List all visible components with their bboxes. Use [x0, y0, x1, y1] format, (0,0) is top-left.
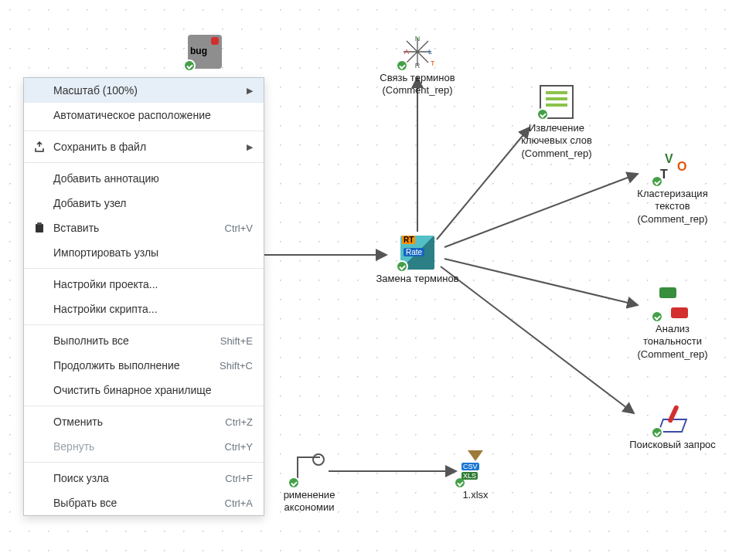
menu-item[interactable]: Выбрать всеCtrl+A: [24, 490, 264, 515]
menu-item-label: Вернуть: [53, 440, 94, 453]
taxonomy-icon: [292, 452, 326, 486]
paste-icon: [33, 222, 46, 234]
context-menu[interactable]: Масштаб (100%)▶Автоматическое расположен…: [23, 77, 264, 516]
node-csv-xlsx[interactable]: 1.xlsx: [429, 452, 522, 501]
node-label: Связь терминов (Comment_rep): [371, 72, 464, 97]
status-check-icon: [651, 175, 663, 188]
menu-item[interactable]: ВставитьCtrl+V: [24, 216, 264, 240]
status-check-icon: [536, 108, 549, 120]
node-label: рименение аксономии: [263, 489, 356, 514]
submenu-arrow-icon: ▶: [247, 86, 253, 96]
svg-text:N: N: [415, 35, 421, 42]
menu-item[interactable]: Сохранить в файл▶: [24, 134, 264, 159]
menu-separator: [24, 462, 264, 463]
bug-icon: [188, 35, 222, 69]
node-label: 1.xlsx: [462, 489, 488, 501]
menu-item[interactable]: Добавить узел: [24, 191, 264, 216]
status-check-icon: [396, 260, 408, 273]
node-search-query[interactable]: Поисковый запрос: [626, 402, 719, 451]
menu-separator: [24, 406, 264, 406]
node-sentiment[interactable]: Анализ тональности (Comment_rep): [626, 286, 719, 361]
node-label: Извлечение ключевых слов (Comment_rep): [510, 122, 603, 160]
menu-item-label: Добавить аннотацию: [53, 172, 159, 185]
menu-item-label: Выбрать все: [53, 497, 117, 509]
menu-item-label: Добавить узел: [53, 197, 127, 209]
node-label: Кластеризация текстов (Comment_rep): [626, 188, 719, 226]
menu-item-label: Поиск узла: [53, 472, 109, 484]
menu-item-label: Настройки проекта...: [53, 278, 158, 290]
status-check-icon: [288, 477, 300, 489]
status-check-icon: [183, 59, 196, 72]
menu-item[interactable]: Очистить бинарное хранилище: [24, 378, 264, 402]
menu-item-label: Автоматическое расположение: [53, 109, 211, 121]
export-icon: [33, 141, 46, 153]
node-label: Замена терминов: [376, 273, 458, 285]
menu-item-label: Настройки скрипта...: [53, 303, 158, 315]
menu-item[interactable]: Импортировать узлы: [24, 240, 264, 265]
svg-rect-20: [37, 222, 42, 225]
menu-item-label: Вставить: [53, 222, 99, 234]
node-bug[interactable]: [158, 35, 251, 72]
menu-item-shortcut: Shift+C: [220, 360, 253, 372]
term-link-icon: N A L R T: [400, 35, 434, 69]
menu-item-label: Продолжить выполнение: [53, 359, 180, 372]
node-label: Поисковый запрос: [629, 439, 716, 451]
svg-rect-19: [36, 224, 43, 232]
menu-item-label: Очистить бинарное хранилище: [53, 384, 211, 396]
node-keywords[interactable]: Извлечение ключевых слов (Comment_rep): [510, 85, 603, 160]
menu-item-shortcut: Shift+E: [220, 335, 253, 347]
menu-separator: [24, 131, 264, 131]
menu-item[interactable]: Масштаб (100%)▶: [24, 78, 264, 103]
menu-item[interactable]: Добавить аннотацию: [24, 166, 264, 191]
submenu-arrow-icon: ▶: [247, 142, 253, 152]
menu-item[interactable]: Выполнить всеShift+E: [24, 328, 264, 353]
menu-item-shortcut: Ctrl+V: [225, 222, 253, 234]
svg-text:V: V: [665, 152, 673, 165]
menu-item[interactable]: Настройки проекта...: [24, 272, 264, 297]
svg-text:A: A: [404, 48, 409, 56]
menu-item-label: Выполнить все: [53, 334, 129, 347]
node-taxonomy[interactable]: рименение аксономии: [263, 452, 356, 514]
menu-item: ВернутьCtrl+Y: [24, 434, 264, 459]
menu-item[interactable]: Продолжить выполнениеShift+C: [24, 353, 264, 378]
node-term-link[interactable]: N A L R T Связь терминов (Comment_rep): [371, 35, 464, 97]
menu-separator: [24, 162, 264, 163]
status-check-icon: [651, 426, 663, 439]
menu-item[interactable]: Автоматическое расположение: [24, 103, 264, 127]
svg-text:T: T: [431, 59, 434, 67]
keywords-icon: [540, 85, 574, 119]
status-check-icon: [396, 59, 408, 72]
menu-separator: [24, 268, 264, 269]
sentiment-icon: [656, 286, 690, 320]
menu-item-label: Сохранить в файл: [53, 141, 146, 153]
status-check-icon: [651, 311, 663, 323]
menu-separator: [24, 324, 264, 325]
cluster-icon: V O T: [656, 151, 690, 185]
menu-item[interactable]: Поиск узлаCtrl+F: [24, 466, 264, 490]
menu-item-shortcut: Ctrl+A: [225, 497, 253, 509]
node-cluster[interactable]: V O T Кластеризация текстов (Comment_rep…: [626, 151, 719, 226]
replace-icon: [400, 236, 434, 270]
menu-item[interactable]: ОтменитьCtrl+Z: [24, 409, 264, 434]
menu-item-label: Импортировать узлы: [53, 246, 158, 259]
menu-item-shortcut: Ctrl+F: [225, 473, 253, 484]
node-replace-terms[interactable]: Замена терминов: [371, 236, 464, 285]
menu-item-label: Отменить: [53, 416, 103, 428]
node-label: Анализ тональности (Comment_rep): [626, 323, 719, 361]
csv-xls-icon: [458, 452, 492, 486]
svg-text:O: O: [677, 160, 686, 173]
svg-text:L: L: [428, 48, 432, 56]
menu-item-shortcut: Ctrl+Z: [225, 416, 253, 428]
menu-item-shortcut: Ctrl+Y: [225, 441, 253, 453]
search-query-icon: [656, 402, 690, 436]
menu-item-label: Масштаб (100%): [53, 84, 138, 97]
status-check-icon: [454, 477, 466, 489]
menu-item[interactable]: Настройки скрипта...: [24, 297, 264, 321]
svg-text:R: R: [415, 62, 421, 69]
